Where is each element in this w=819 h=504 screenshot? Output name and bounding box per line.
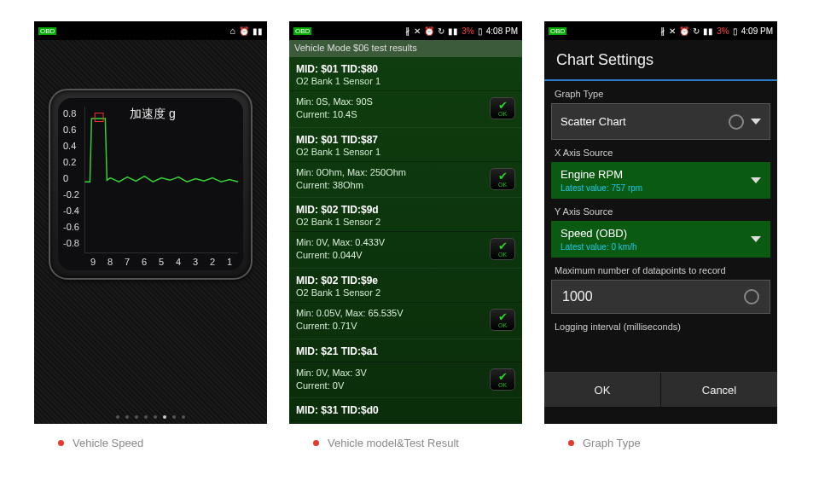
max-points-field[interactable]: 1000: [551, 280, 770, 314]
y-tick: 0.6: [63, 125, 76, 135]
y-tick: 0.2: [63, 157, 76, 167]
sync-icon: ↻: [693, 26, 700, 36]
screenshot-vehicle-speed: OBD ⌂ ⏰ ▮▮ 加速度 g: [34, 21, 267, 424]
y-tick: 0.8: [63, 108, 76, 119]
obd-icon: OBD: [38, 27, 56, 35]
chart-gauge-frame: 加速度 g 0.80.60.40.20-0.2-0.4-0.6-0.8 9876…: [49, 89, 253, 280]
mute-icon: ✕: [414, 26, 421, 36]
result-values: Min: 0V, Max: 3VCurrent: 0V✔OK: [289, 362, 522, 399]
screenshot-chart-settings: OBD ∦ ✕ ⏰ ↻ ▮▮ 3% ▯ 4:09 PM Chart Settin…: [544, 21, 777, 424]
x-tick: 5: [159, 257, 164, 267]
results-list[interactable]: MID: $01 TID:$80O2 Bank 1 Sensor 1Min: 0…: [289, 57, 522, 424]
x-tick: 4: [176, 257, 181, 267]
obd-icon: OBD: [549, 27, 566, 35]
status-bar: OBD ∦ ✕ ⏰ ↻ ▮▮ 3% ▯ 4:09 PM: [544, 21, 777, 40]
max-points-value: 1000: [562, 289, 593, 304]
x-axis-label: X Axis Source: [555, 148, 767, 158]
mute-icon: ✕: [669, 26, 676, 36]
signal-icon: ▮▮: [253, 26, 263, 36]
battery-icon: ▯: [733, 26, 738, 36]
signal-icon: ▮▮: [448, 26, 458, 36]
result-header: MID: $02 TID:$9eO2 Bank 1 Sensor 2: [289, 269, 522, 303]
y-tick: -0.8: [63, 238, 79, 248]
graph-type-value: Scatter Chart: [561, 115, 626, 128]
y-axis-label: Y Axis Source: [555, 206, 767, 217]
bluetooth-icon: ⌂: [229, 26, 235, 36]
x-axis-select[interactable]: Engine RPM Latest value: 757 rpm: [551, 162, 770, 199]
result-header: MID: $21 TID:$a1: [289, 339, 522, 362]
x-tick: 1: [227, 257, 232, 267]
x-tick: 7: [125, 257, 130, 267]
caption: Vehicle Speed: [34, 437, 267, 449]
bullet-icon: [568, 440, 574, 446]
clock: 4:08 PM: [486, 26, 518, 36]
dialog-title: Chart Settings: [544, 40, 777, 81]
y-tick: 0.4: [63, 141, 76, 151]
x-tick: 9: [90, 257, 96, 267]
x-tick: 8: [107, 257, 113, 267]
ok-button[interactable]: OK: [544, 373, 661, 407]
result-header: MID: $01 TID:$87O2 Bank 1 Sensor 1: [289, 128, 522, 162]
ok-badge[interactable]: ✔OK: [490, 97, 515, 119]
result-values: Min: 0V, Max: 0.433VCurrent: 0.044V✔OK: [289, 232, 522, 269]
y-axis-value: Speed (OBD): [561, 227, 637, 240]
y-tick: -0.4: [63, 206, 79, 216]
status-bar: OBD ∦ ✕ ⏰ ↻ ▮▮ 3% ▯ 4:08 PM: [289, 21, 522, 40]
x-axis-latest: Latest value: 757 rpm: [561, 183, 642, 193]
page-indicator: [34, 415, 267, 419]
logging-interval-label: Logging interval (milliseconds): [555, 322, 767, 332]
y-axis-select[interactable]: Speed (OBD) Latest value: 0 km/h: [551, 221, 770, 258]
signal-icon: ▮▮: [703, 26, 713, 36]
result-values: Min: 0Ohm, Max: 250OhmCurrent: 38Ohm✔OK: [289, 162, 522, 199]
caption: Vehicle model&Test Result: [289, 437, 522, 449]
radio-icon: [744, 289, 759, 304]
ok-badge[interactable]: ✔OK: [490, 309, 515, 331]
result-header: MID: $01 TID:$80O2 Bank 1 Sensor 1: [289, 57, 522, 91]
max-points-label: Maximum number of datapoints to record: [555, 265, 767, 275]
x-axis-value: Engine RPM: [561, 168, 642, 181]
y-tick: -0.6: [63, 222, 79, 232]
screen-title: Vehicle Mode $06 test results: [289, 40, 522, 57]
x-tick: 6: [142, 257, 147, 267]
bullet-icon: [313, 440, 319, 446]
alarm-icon: ⏰: [679, 26, 689, 36]
y-axis-latest: Latest value: 0 km/h: [561, 242, 637, 252]
clock: 4:09 PM: [741, 26, 773, 36]
battery-pct: 3%: [717, 26, 729, 36]
bluetooth-icon: ∦: [660, 26, 665, 37]
graph-type-select[interactable]: Scatter Chart: [551, 103, 770, 140]
result-values: Min: 0.05V, Max: 65.535VCurrent: 0.71V✔O…: [289, 303, 522, 339]
x-tick: 3: [193, 257, 198, 267]
svg-rect-2: [95, 113, 103, 122]
result-values: Min: 0S, Max: 90SCurrent: 10.4S✔OK: [289, 91, 522, 128]
line-chart: [58, 98, 243, 270]
x-tick: 2: [210, 257, 215, 267]
alarm-icon: ⏰: [239, 26, 249, 36]
ok-badge[interactable]: ✔OK: [490, 168, 515, 190]
sync-icon: ↻: [438, 26, 444, 36]
chevron-down-icon: [751, 177, 761, 183]
y-tick: 0: [63, 173, 68, 183]
bullet-icon: [58, 440, 64, 446]
chevron-down-icon: [751, 236, 761, 242]
graph-type-label: Graph Type: [555, 89, 767, 99]
status-bar: OBD ⌂ ⏰ ▮▮: [34, 21, 267, 40]
cancel-button[interactable]: Cancel: [661, 373, 777, 407]
battery-icon: ▯: [478, 26, 483, 36]
ok-badge[interactable]: ✔OK: [490, 368, 515, 391]
bluetooth-icon: ∦: [405, 26, 410, 37]
obd-icon: OBD: [293, 27, 311, 35]
ok-badge[interactable]: ✔OK: [490, 238, 515, 260]
screenshot-test-results: OBD ∦ ✕ ⏰ ↻ ▮▮ 3% ▯ 4:08 PM Vehicle Mode…: [289, 21, 522, 424]
battery-pct: 3%: [462, 26, 473, 36]
settings-scroll[interactable]: Graph Type Scatter Chart X Axis Source E…: [544, 81, 777, 372]
alarm-icon: ⏰: [424, 26, 434, 36]
result-header: MID: $02 TID:$9dO2 Bank 1 Sensor 2: [289, 198, 522, 232]
chevron-down-icon: [751, 119, 761, 125]
caption: Graph Type: [544, 437, 777, 449]
radio-icon: [729, 114, 744, 130]
y-tick: -0.2: [63, 189, 79, 200]
result-header: MID: $31 TID:$d0: [289, 398, 522, 421]
